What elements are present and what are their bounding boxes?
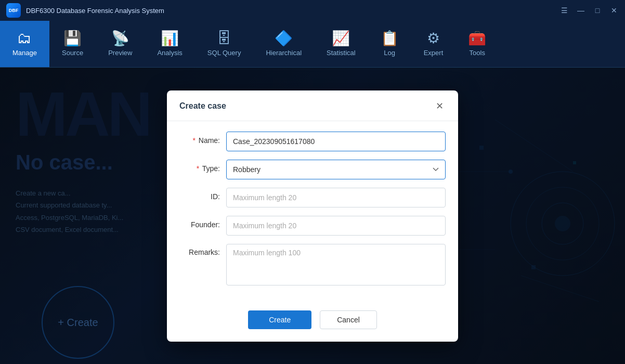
log-icon: 📋 bbox=[381, 31, 399, 46]
nav-manage-label: Manage bbox=[12, 49, 37, 57]
titlebar: DBF DBF6300 Database Forensic Analysis S… bbox=[0, 0, 625, 21]
nav-expert-label: Expert bbox=[424, 49, 444, 57]
nav-hierarchical[interactable]: 🔷 Hierarchical bbox=[253, 21, 314, 67]
manage-icon: 🗂 bbox=[17, 31, 32, 46]
nav-tools[interactable]: 🧰 Tools bbox=[455, 21, 499, 67]
name-label: * Name: bbox=[179, 132, 226, 145]
founder-input[interactable] bbox=[226, 216, 446, 236]
nav-statistical-label: Statistical bbox=[327, 49, 356, 57]
nav-analysis-label: Analysis bbox=[157, 49, 182, 57]
form-row-name: * Name: bbox=[179, 132, 446, 151]
nav-manage[interactable]: 🗂 Manage bbox=[0, 21, 49, 67]
tools-icon: 🧰 bbox=[468, 31, 486, 46]
form-row-id: ID: bbox=[179, 188, 446, 207]
preview-icon: 📡 bbox=[111, 31, 129, 46]
founder-label: Founder: bbox=[179, 216, 226, 229]
source-icon: 💾 bbox=[63, 31, 82, 46]
create-button[interactable]: Create bbox=[248, 310, 311, 329]
id-label: ID: bbox=[179, 188, 226, 201]
app-title: DBF6300 Database Forensic Analysis Syste… bbox=[26, 7, 554, 15]
analysis-icon: 📊 bbox=[161, 31, 179, 46]
cancel-button[interactable]: Cancel bbox=[320, 310, 377, 329]
window-controls: ☰ — □ ✕ bbox=[559, 6, 619, 15]
name-required-star: * bbox=[192, 136, 195, 145]
remarks-label: Remarks: bbox=[179, 244, 226, 256]
close-button[interactable]: ✕ bbox=[609, 6, 619, 15]
nav-statistical[interactable]: 📈 Statistical bbox=[314, 21, 368, 67]
form-row-founder: Founder: bbox=[179, 216, 446, 236]
nav-sql-query[interactable]: 🗄 SQL Query bbox=[195, 21, 254, 67]
sql-icon: 🗄 bbox=[217, 31, 231, 46]
main-content: MAN No case... Create a new ca... Curren… bbox=[0, 68, 625, 364]
dialog-footer: Create Cancel bbox=[167, 306, 458, 342]
nav-analysis[interactable]: 📊 Analysis bbox=[145, 21, 194, 67]
id-input[interactable] bbox=[226, 188, 446, 207]
type-select[interactable]: Robbery Theft Fraud Other bbox=[226, 160, 446, 179]
nav-tools-label: Tools bbox=[470, 49, 485, 57]
statistical-icon: 📈 bbox=[332, 31, 350, 46]
dialog-header: Create case ✕ bbox=[167, 90, 458, 121]
expert-icon: ⚙ bbox=[427, 31, 440, 46]
menu-icon[interactable]: ☰ bbox=[559, 6, 569, 15]
nav-log-label: Log bbox=[384, 49, 395, 57]
form-row-remarks: Remarks: bbox=[179, 244, 446, 285]
name-input[interactable] bbox=[226, 132, 446, 151]
dialog-close-button[interactable]: ✕ bbox=[433, 100, 446, 112]
dialog-title: Create case bbox=[179, 101, 226, 111]
app-logo: DBF bbox=[6, 3, 21, 18]
create-case-dialog: Create case ✕ * Name: * Type: bbox=[167, 90, 458, 342]
type-label: * Type: bbox=[179, 160, 226, 173]
nav-log[interactable]: 📋 Log bbox=[368, 21, 411, 67]
hierarchical-icon: 🔷 bbox=[275, 31, 293, 46]
nav-hierarchical-label: Hierarchical bbox=[266, 49, 302, 57]
navbar: 🗂 Manage 💾 Source 📡 Preview 📊 Analysis 🗄… bbox=[0, 21, 625, 68]
nav-preview-label: Preview bbox=[108, 49, 132, 57]
maximize-button[interactable]: □ bbox=[593, 6, 602, 15]
dialog-body: * Name: * Type: Robbery Theft Fraud bbox=[167, 121, 458, 306]
form-row-type: * Type: Robbery Theft Fraud Other bbox=[179, 160, 446, 179]
nav-sql-label: SQL Query bbox=[207, 49, 241, 57]
nav-expert[interactable]: ⚙ Expert bbox=[411, 21, 456, 67]
nav-source-label: Source bbox=[62, 49, 83, 57]
nav-preview[interactable]: 📡 Preview bbox=[96, 21, 145, 67]
type-required-star: * bbox=[197, 164, 199, 173]
remarks-textarea[interactable] bbox=[226, 244, 446, 285]
dialog-backdrop: Create case ✕ * Name: * Type: bbox=[0, 68, 625, 364]
minimize-button[interactable]: — bbox=[576, 6, 585, 15]
nav-source[interactable]: 💾 Source bbox=[49, 21, 96, 67]
